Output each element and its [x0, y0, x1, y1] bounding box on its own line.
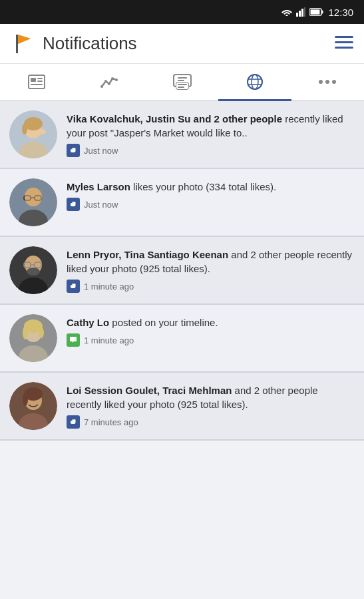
- notification-item[interactable]: Myles Larson likes your photo (334 total…: [0, 169, 364, 237]
- notification-bold: Lenn Pryor, Tina Santiago Keenan: [67, 249, 228, 260]
- notification-bold: Loi Session Goulet, Traci Mehlman: [67, 385, 232, 396]
- svg-point-50: [25, 188, 42, 206]
- notification-time: 1 minute ago: [84, 282, 134, 292]
- svg-rect-25: [176, 83, 188, 89]
- notification-item[interactable]: Loi Session Goulet, Traci Mehlman and 2 …: [0, 373, 364, 441]
- tab-more[interactable]: [291, 64, 364, 100]
- svg-rect-27: [178, 80, 184, 81]
- svg-point-43: [39, 129, 46, 134]
- notification-time: 7 minutes ago: [84, 417, 138, 427]
- svg-rect-7: [16, 35, 18, 53]
- notification-list: Vika Kovalchuk, Justin Su and 2 other pe…: [0, 101, 364, 599]
- more-icon: [319, 79, 336, 85]
- svg-point-18: [100, 85, 103, 88]
- notification-time: Just now: [84, 146, 118, 156]
- tab-messages[interactable]: [146, 64, 218, 100]
- notification-text: Loi Session Goulet, Traci Mehlman and 2 …: [67, 383, 355, 411]
- svg-rect-10: [335, 36, 353, 38]
- like-icon: [67, 144, 80, 157]
- svg-point-22: [115, 79, 118, 81]
- svg-marker-9: [18, 35, 31, 44]
- battery-icon: [309, 8, 324, 16]
- svg-point-30: [248, 75, 262, 89]
- notification-item[interactable]: Vika Kovalchuk, Justin Su and 2 other pe…: [0, 101, 364, 169]
- notification-text: Vika Kovalchuk, Justin Su and 2 other pe…: [67, 112, 355, 140]
- activity-icon: [100, 75, 118, 89]
- like-icon: [67, 280, 80, 293]
- svg-point-42: [22, 124, 27, 134]
- tab-globe[interactable]: [218, 64, 291, 100]
- svg-rect-26: [178, 77, 187, 79]
- notification-time: 1 minute ago: [84, 335, 134, 345]
- notification-bold: Vika Kovalchuk, Justin Su and 2 other pe…: [67, 113, 282, 124]
- tab-feed[interactable]: [0, 64, 73, 100]
- avatar: [9, 178, 57, 226]
- tab-bar: [0, 64, 364, 101]
- svg-rect-28: [178, 84, 187, 85]
- notification-meta: 1 minute ago: [67, 333, 355, 347]
- status-time: 12:30: [328, 7, 353, 18]
- avatar: [9, 382, 57, 430]
- svg-point-31: [252, 75, 258, 89]
- svg-rect-12: [335, 47, 353, 49]
- svg-point-35: [325, 80, 329, 84]
- svg-rect-14: [31, 78, 36, 82]
- svg-rect-2: [301, 9, 303, 17]
- svg-point-68: [23, 393, 28, 406]
- notification-text: Cathy Lo posted on your timeline.: [67, 315, 355, 329]
- notification-content: Myles Larson likes your photo (334 total…: [67, 178, 355, 211]
- notification-meta: Just now: [67, 144, 355, 157]
- notification-bold: Myles Larson: [67, 181, 130, 192]
- avatar: [9, 246, 57, 294]
- notification-meta: 1 minute ago: [67, 280, 355, 293]
- wifi-icon: [281, 7, 292, 17]
- like-icon: [67, 198, 80, 211]
- notification-content: Cathy Lo posted on your timeline. 1 minu…: [67, 314, 355, 347]
- svg-rect-5: [322, 11, 323, 14]
- header-left: Notifications: [11, 32, 137, 56]
- svg-point-21: [111, 77, 114, 80]
- status-icons: 12:30: [281, 7, 353, 18]
- notification-meta: Just now: [67, 198, 355, 211]
- svg-point-54: [27, 268, 40, 276]
- page-title: Notifications: [43, 33, 137, 54]
- like-icon: [67, 415, 80, 429]
- svg-rect-16: [37, 81, 43, 82]
- notification-content: Lenn Pryor, Tina Santiago Keenan and 2 o…: [67, 246, 355, 293]
- comment-icon: [67, 333, 80, 347]
- svg-rect-0: [296, 13, 298, 17]
- svg-rect-6: [311, 10, 320, 15]
- flag-icon: [11, 32, 35, 56]
- svg-point-36: [332, 80, 336, 84]
- hamburger-icon: [335, 36, 353, 49]
- app-header: Notifications: [0, 24, 364, 64]
- svg-rect-17: [31, 84, 43, 85]
- svg-rect-15: [37, 78, 43, 79]
- menu-button[interactable]: [335, 36, 353, 52]
- avatar: [9, 314, 57, 362]
- notification-time: Just now: [84, 200, 118, 210]
- svg-point-20: [108, 83, 110, 85]
- notification-text: Lenn Pryor, Tina Santiago Keenan and 2 o…: [67, 248, 355, 276]
- svg-point-63: [39, 327, 44, 338]
- svg-rect-1: [299, 11, 301, 17]
- svg-point-34: [319, 80, 323, 84]
- notification-item[interactable]: Lenn Pryor, Tina Santiago Keenan and 2 o…: [0, 237, 364, 305]
- notification-content: Vika Kovalchuk, Justin Su and 2 other pe…: [67, 110, 355, 157]
- notification-item[interactable]: Cathy Lo posted on your timeline. 1 minu…: [0, 305, 364, 373]
- svg-rect-11: [335, 41, 353, 43]
- svg-rect-29: [178, 87, 184, 88]
- notification-content: Loi Session Goulet, Traci Mehlman and 2 …: [67, 382, 355, 429]
- notification-text: Myles Larson likes your photo (334 total…: [67, 180, 355, 194]
- tab-activity[interactable]: [73, 64, 145, 100]
- svg-point-62: [23, 326, 28, 339]
- status-bar: 12:30: [0, 0, 364, 24]
- svg-rect-13: [29, 75, 45, 89]
- svg-point-19: [104, 80, 107, 83]
- signal-icon: [296, 7, 305, 17]
- svg-rect-3: [304, 7, 305, 17]
- notification-bold: Cathy Lo: [67, 317, 109, 328]
- messages-icon: [173, 74, 192, 90]
- avatar: [9, 110, 57, 158]
- feed-icon: [28, 75, 45, 89]
